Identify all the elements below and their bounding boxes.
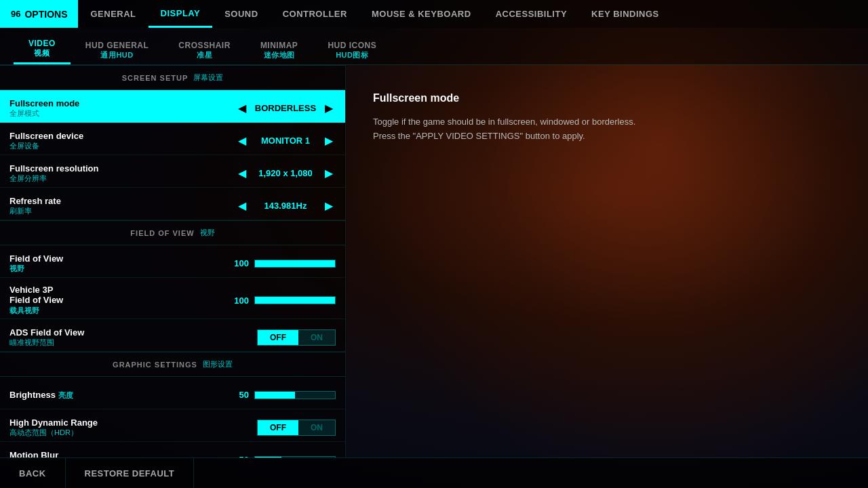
- vehicle-fov-row[interactable]: Vehicle 3PField of View载具视野 100: [0, 278, 345, 319]
- refresh-rate-label-cn: 刷新率: [9, 206, 235, 216]
- tab-minimap-label-en: MINIMAP: [260, 41, 298, 50]
- refresh-rate-label-en: Refresh rate: [9, 196, 235, 206]
- refresh-rate-row[interactable]: Refresh rate 刷新率 ◀ 143.981Hz ▶: [0, 188, 345, 220]
- brightness-value: 50: [225, 390, 249, 400]
- tab-crosshair-label-en: CROSSHAIR: [178, 41, 231, 50]
- back-button[interactable]: BACK: [0, 458, 66, 489]
- ads-fov-row[interactable]: ADS Field of View 瞄准视野范围 OFF ON: [0, 319, 345, 352]
- nav-accessibility[interactable]: ACCESSIBILITY: [484, 0, 579, 28]
- nav-general[interactable]: GENERAL: [78, 0, 148, 28]
- fullscreen-resolution-row[interactable]: Fullscreen resolution 全屏分辨率 ◀ 1,920 x 1,…: [0, 155, 345, 188]
- ads-fov-toggle-off[interactable]: OFF: [258, 330, 298, 345]
- fullscreen-mode-value-area: ◀ BORDERLESS ▶: [235, 102, 336, 115]
- options-score: 96: [11, 9, 20, 19]
- fullscreen-resolution-label-cn: 全屏分辨率: [9, 174, 235, 184]
- fullscreen-resolution-value: 1,920 x 1,080: [252, 168, 319, 178]
- fullscreen-mode-label-en: Fullscreen mode: [9, 98, 235, 108]
- vehicle-fov-slider-wrap: 100: [225, 296, 336, 306]
- vehicle-fov-slider[interactable]: [254, 296, 336, 304]
- hdr-toggle-off[interactable]: OFF: [258, 420, 298, 435]
- fullscreen-device-next[interactable]: ▶: [322, 134, 336, 147]
- brightness-label-en: Brightness 亮度: [9, 390, 225, 401]
- top-nav: 96 OPTIONS GENERAL DISPLAY SOUND CONTROL…: [0, 0, 868, 28]
- screen-setup-header: SCREEN SETUP 屏幕设置: [0, 65, 345, 90]
- tab-crosshair-label-cn: 准星: [197, 50, 212, 60]
- graphic-settings-label-cn: 图形设置: [203, 359, 233, 369]
- fov-label-cn: 视野: [200, 228, 215, 238]
- vehicle-fov-label-en: Vehicle 3PField of View载具视野: [9, 285, 225, 316]
- ads-fov-label-cn: 瞄准视野范围: [9, 338, 257, 348]
- tab-minimap-label-cn: 迷你地图: [264, 50, 295, 60]
- fov-row[interactable]: Field of View视野 100: [0, 245, 345, 278]
- nav-display[interactable]: DISPLAY: [149, 0, 213, 28]
- nav-controller[interactable]: CONTROLLER: [271, 0, 359, 28]
- fullscreen-resolution-prev[interactable]: ◀: [235, 167, 249, 180]
- screen-setup-label-en: SCREEN SETUP: [122, 74, 189, 82]
- tab-crosshair[interactable]: CROSSHAIR 准星: [163, 41, 245, 64]
- fullscreen-resolution-next[interactable]: ▶: [322, 167, 336, 180]
- refresh-rate-label-wrap: Refresh rate 刷新率: [9, 196, 235, 216]
- fov-header: FIELD OF VIEW 视野: [0, 220, 345, 245]
- ads-fov-label-en: ADS Field of View: [9, 327, 257, 338]
- sub-tabs: VIDEO 视频 HUD GENERAL 通用HUD CROSSHAIR 准星 …: [0, 28, 868, 65]
- hdr-toggle-on[interactable]: ON: [298, 420, 335, 435]
- screen-setup-label-cn: 屏幕设置: [193, 73, 223, 83]
- restore-default-button[interactable]: RESTORE DEFAULT: [66, 458, 195, 489]
- fullscreen-mode-label-cn: 全屏模式: [9, 108, 235, 119]
- motion-blur-row[interactable]: Motion Blur 动态模糊 50: [0, 442, 345, 458]
- fullscreen-device-label-wrap: Fullscreen device 全屏设备: [9, 131, 235, 151]
- nav-key-bindings[interactable]: KEY BINDINGS: [579, 0, 671, 28]
- fullscreen-mode-prev[interactable]: ◀: [235, 102, 249, 115]
- options-label: OPTIONS: [24, 9, 67, 20]
- fullscreen-device-prev[interactable]: ◀: [235, 134, 249, 147]
- nav-mouse-keyboard[interactable]: MOUSE & KEYBOARD: [359, 0, 484, 28]
- brightness-slider-fill: [255, 392, 295, 399]
- tab-hud-icons[interactable]: HUD ICONS HUD图标: [313, 41, 391, 64]
- brightness-row[interactable]: Brightness 亮度 50: [0, 377, 345, 409]
- fullscreen-device-label-en: Fullscreen device: [9, 131, 235, 141]
- fullscreen-device-value: MONITOR 1: [252, 136, 319, 146]
- fullscreen-device-row[interactable]: Fullscreen device 全屏设备 ◀ MONITOR 1 ▶: [0, 123, 345, 155]
- hdr-row[interactable]: High Dynamic Range 高动态范围（HDR） OFF ON: [0, 409, 345, 442]
- tab-hud-general-label-cn: 通用HUD: [100, 50, 133, 60]
- fov-value: 100: [225, 258, 249, 268]
- ads-fov-label-wrap: ADS Field of View 瞄准视野范围: [9, 327, 257, 348]
- vehicle-fov-label-wrap: Vehicle 3PField of View载具视野: [9, 285, 225, 316]
- brightness-slider-wrap: 50: [225, 390, 336, 400]
- tab-video-label-cn: 视频: [34, 48, 50, 58]
- fullscreen-mode-row[interactable]: Fullscreen mode 全屏模式 ◀ BORDERLESS ▶: [0, 90, 345, 123]
- tab-video-label-en: VIDEO: [28, 39, 56, 48]
- fullscreen-mode-next[interactable]: ▶: [322, 102, 336, 115]
- motion-blur-label-en: Motion Blur: [9, 450, 225, 458]
- left-panel: SCREEN SETUP 屏幕设置 Fullscreen mode 全屏模式 ◀…: [0, 65, 346, 458]
- motion-blur-label-wrap: Motion Blur 动态模糊: [9, 450, 225, 458]
- tab-hud-general[interactable]: HUD GENERAL 通用HUD: [71, 41, 164, 64]
- brightness-label-wrap: Brightness 亮度: [9, 390, 225, 401]
- nav-sound[interactable]: SOUND: [212, 0, 270, 28]
- info-title: Fullscreen mode: [373, 92, 841, 104]
- tab-minimap[interactable]: MINIMAP 迷你地图: [245, 41, 313, 64]
- options-tab[interactable]: 96 OPTIONS: [0, 0, 78, 28]
- main-content: SCREEN SETUP 屏幕设置 Fullscreen mode 全屏模式 ◀…: [0, 65, 868, 458]
- fullscreen-mode-label-wrap: Fullscreen mode 全屏模式: [9, 98, 235, 119]
- graphic-settings-label-en: GRAPHIC SETTINGS: [113, 361, 197, 369]
- tab-hud-icons-label-cn: HUD图标: [336, 50, 368, 60]
- brightness-slider[interactable]: [254, 391, 336, 399]
- hdr-label-en: High Dynamic Range: [9, 418, 257, 428]
- tab-hud-general-label-en: HUD GENERAL: [85, 41, 149, 50]
- fullscreen-device-label-cn: 全屏设备: [9, 141, 235, 151]
- fov-slider-wrap: 100: [225, 258, 336, 268]
- ads-fov-toggle-on[interactable]: ON: [298, 330, 335, 345]
- hdr-label-cn: 高动态范围（HDR）: [9, 428, 257, 438]
- refresh-rate-value: 143.981Hz: [252, 201, 319, 211]
- ads-fov-toggle: OFF ON: [257, 329, 336, 346]
- refresh-rate-prev[interactable]: ◀: [235, 199, 249, 212]
- fullscreen-device-value-area: ◀ MONITOR 1 ▶: [235, 134, 336, 147]
- refresh-rate-next[interactable]: ▶: [322, 199, 336, 212]
- vehicle-fov-slider-fill: [255, 297, 335, 304]
- fov-label-en: FIELD OF VIEW: [130, 229, 194, 237]
- fov-slider[interactable]: [254, 260, 336, 268]
- tab-video[interactable]: VIDEO 视频: [14, 39, 71, 64]
- info-desc: Toggle if the game should be in fullscre…: [373, 115, 644, 144]
- fullscreen-resolution-label-en: Fullscreen resolution: [9, 163, 235, 174]
